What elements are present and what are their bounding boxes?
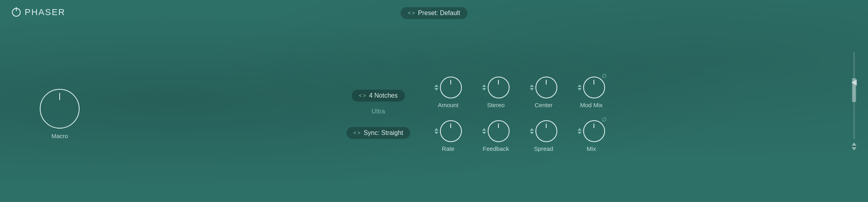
scrollbar-track[interactable] bbox=[853, 52, 855, 139]
knob-cell-rate: Rate bbox=[434, 120, 462, 152]
sync-chevrons: < > bbox=[354, 130, 360, 136]
mix-arrow-up[interactable] bbox=[578, 128, 582, 131]
preset-chevrons: < > bbox=[408, 10, 415, 16]
preset-label: Preset: Default bbox=[418, 10, 460, 17]
ultra-label: Ultra bbox=[372, 108, 385, 115]
notches-value: 4 Notches bbox=[369, 92, 398, 99]
spread-label: Spread bbox=[534, 145, 553, 152]
flag-indicator bbox=[851, 79, 857, 86]
knob-cell-center: Center bbox=[530, 77, 557, 108]
preset-selector[interactable]: < > Preset: Default bbox=[401, 7, 467, 19]
mix-phase-icon: ∅ bbox=[602, 116, 607, 123]
power-button[interactable] bbox=[12, 8, 21, 17]
plugin-title-area: PHASER bbox=[12, 7, 65, 17]
sync-label: Sync: Straight bbox=[364, 129, 403, 137]
center-knob[interactable] bbox=[535, 77, 557, 98]
amount-knob[interactable] bbox=[440, 77, 462, 98]
macro-label: Macro bbox=[51, 133, 68, 139]
mix-arrows bbox=[578, 128, 582, 134]
center-arrow-up[interactable] bbox=[530, 85, 534, 87]
knob-cell-amount: Amount bbox=[434, 77, 462, 108]
rate-arrows bbox=[434, 128, 438, 134]
stereo-arrow-up[interactable] bbox=[482, 85, 486, 87]
spread-arrow-up[interactable] bbox=[530, 128, 534, 131]
mod-mix-arrows bbox=[578, 85, 582, 90]
rate-arrow-down[interactable] bbox=[434, 132, 438, 134]
feedback-label: Feedback bbox=[483, 145, 509, 152]
notches-selector[interactable]: < > 4 Notches bbox=[352, 90, 405, 102]
mod-mix-label: Mod Mix bbox=[580, 102, 603, 108]
knob-cell-stereo: Stereo bbox=[482, 77, 510, 108]
scrollbar-section bbox=[848, 0, 860, 202]
knob-cell-mix: ∅ Mix bbox=[578, 120, 605, 152]
amount-label: Amount bbox=[438, 102, 459, 108]
mix-label: Mix bbox=[587, 145, 596, 152]
left-controls: < > 4 Notches Ultra bbox=[352, 90, 405, 115]
scroll-arrows bbox=[852, 142, 856, 150]
center-arrows bbox=[530, 85, 534, 90]
amount-arrows bbox=[434, 85, 438, 90]
stereo-arrow-down[interactable] bbox=[482, 88, 486, 90]
feedback-arrows bbox=[482, 128, 486, 134]
rate-knob[interactable] bbox=[440, 120, 462, 142]
main-content: Macro < > 4 Notches Ultra < > Sync: Stra… bbox=[0, 26, 868, 202]
feedback-knob[interactable] bbox=[488, 120, 510, 142]
scroll-down-button[interactable] bbox=[852, 147, 856, 150]
center-arrow-down[interactable] bbox=[530, 88, 534, 90]
knob-cell-feedback: Feedback bbox=[482, 120, 510, 152]
mod-mix-arrow-up[interactable] bbox=[578, 85, 582, 87]
stereo-label: Stereo bbox=[487, 102, 504, 108]
amount-arrow-down[interactable] bbox=[434, 88, 438, 90]
rate-label: Rate bbox=[442, 145, 455, 152]
stereo-knob[interactable] bbox=[488, 77, 510, 98]
knob-cell-mod-mix: ∅ Mod Mix bbox=[578, 77, 605, 108]
macro-knob[interactable] bbox=[40, 89, 80, 129]
mod-mix-knob[interactable] bbox=[583, 77, 605, 98]
mix-arrow-down[interactable] bbox=[578, 132, 582, 134]
knob-grid: Amount Stereo bbox=[430, 77, 609, 152]
mod-mix-arrow-down[interactable] bbox=[578, 88, 582, 90]
center-label: Center bbox=[535, 102, 553, 108]
sync-selector[interactable]: < > Sync: Straight bbox=[346, 127, 411, 139]
controls-section: < > 4 Notches Ultra < > Sync: Straight bbox=[103, 77, 852, 152]
rate-arrow-up[interactable] bbox=[434, 128, 438, 131]
mod-mix-phase-icon: ∅ bbox=[602, 73, 607, 79]
plugin-title-text: PHASER bbox=[25, 7, 65, 17]
app-container: PHASER < > Preset: Default Macro < > 4 N… bbox=[0, 0, 868, 202]
feedback-arrow-down[interactable] bbox=[482, 132, 486, 134]
macro-section: Macro bbox=[40, 89, 80, 139]
mix-knob[interactable] bbox=[583, 120, 605, 142]
feedback-arrow-up[interactable] bbox=[482, 128, 486, 131]
stereo-arrows bbox=[482, 85, 486, 90]
scroll-up-button[interactable] bbox=[852, 142, 856, 146]
header: PHASER < > Preset: Default bbox=[0, 0, 868, 26]
spread-arrow-down[interactable] bbox=[530, 132, 534, 134]
notches-chevrons: < > bbox=[359, 93, 366, 98]
amount-arrow-up[interactable] bbox=[434, 85, 438, 87]
spread-arrows bbox=[530, 128, 534, 134]
knob-cell-spread: Spread bbox=[530, 120, 557, 152]
spread-knob[interactable] bbox=[535, 120, 557, 142]
